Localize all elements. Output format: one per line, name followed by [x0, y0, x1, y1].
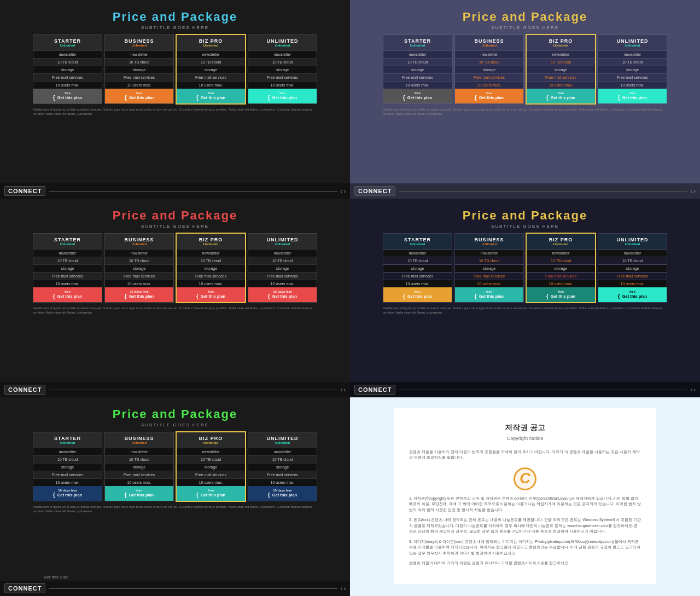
plan-btn[interactable]: free { Get this plan: [383, 287, 452, 302]
plan-unlimited-btn[interactable]: free { Get this plan: [248, 89, 317, 103]
panel-1: Price and Package SUBTITLE GOES HERE STA…: [0, 0, 350, 199]
plan-btn[interactable]: free { Get this plan: [177, 287, 245, 302]
plan-row: 10 users max.: [248, 280, 317, 287]
plan-row: 10 TB cloud: [33, 58, 102, 66]
panel-3-subtitle: SUBTITLE GOES HERE: [141, 224, 209, 229]
plan-row: 10 TB cloud: [33, 455, 102, 463]
plan-sub: Unlimited: [250, 242, 314, 246]
plan-row: Free mail services: [248, 272, 317, 280]
copyright-content: 저작권 공고 Copyright Notice 콘텐츠 제품을 사용하기 전에 …: [394, 408, 656, 584]
plan-bizpro-btn[interactable]: free { Get this plan: [177, 89, 245, 103]
plan-header: STARTER Unlimited: [33, 234, 102, 249]
plan-row: newsletter: [598, 50, 667, 58]
plan-row: newsletter: [455, 50, 523, 58]
plan-btn[interactable]: 10 days free { Get this plan: [248, 287, 317, 302]
plan-btn[interactable]: free { Get this plan: [598, 287, 667, 302]
plan-sub: Unlimited: [179, 242, 243, 246]
plan-row: 10 users max.: [598, 280, 667, 287]
plan-bizpro-col: BIZ PRO Unlimited newsletter 10 TB cloud…: [176, 432, 246, 501]
plan-row: 10 users max.: [177, 81, 245, 89]
plan-business-col: BUSINESS Unlimited newsletter 10 TB clou…: [104, 34, 174, 104]
plan-btn[interactable]: 10 days free { Get this plan: [33, 486, 102, 501]
plan-row: storage: [527, 66, 595, 73]
plan-row: storage: [527, 264, 595, 272]
plan-btn[interactable]: free { Get this plan: [33, 287, 102, 302]
plan-row: 10 TB cloud: [177, 58, 245, 66]
plan-row: 10 TB cloud: [383, 58, 452, 66]
nav-arrows[interactable]: ‹ ›: [341, 387, 346, 393]
plan-btn[interactable]: free { Get this plan: [455, 287, 523, 302]
plan-btn[interactable]: free { Get this plan: [455, 89, 523, 103]
plan-business-col: BUSINESS Unlimited newsletter 10 TB clou…: [104, 233, 174, 303]
plan-row: Free mail services: [527, 272, 595, 280]
panel-4-title: Price and Package: [463, 209, 587, 223]
plan-unlimited-col: UNLIMITED Unlimited newsletter 10 TB clo…: [248, 432, 317, 501]
copyright-subtitle: Copyright Notice: [409, 435, 641, 442]
panel-1-subtitle: SUBTITLE GOES HERE: [141, 25, 209, 30]
plan-row: 10 TB cloud: [248, 455, 317, 463]
plan-row: storage: [248, 264, 317, 272]
plan-btn[interactable]: free { Get this plan: [105, 486, 173, 501]
plan-row: newsletter: [248, 448, 317, 455]
plan-btn[interactable]: free { Get this plan: [383, 89, 452, 103]
plan-btn[interactable]: free { Get this plan: [527, 287, 595, 302]
plan-row: newsletter: [455, 249, 523, 257]
plan-bizpro-col: BIZ PRO Unlimited newsletter 10 TB cloud…: [526, 233, 596, 303]
copyright-section-3: 3. 이미지(image) & 아이콘(icon) 콘텐츠 내에 장착되는 이미…: [409, 539, 641, 557]
copyright-section-4: 콘텐츠 제품이 대하여 기타의 세련된 관련과 유사하다 기재한 콘텐츠사이트스…: [409, 560, 641, 566]
plan-row: Free mail services: [105, 272, 173, 280]
panel-5-desc: Vestibulum id ligula porta felis euismod…: [33, 505, 317, 514]
plan-row: 10 users max.: [105, 280, 173, 287]
plan-sub: Unlimited: [457, 242, 521, 246]
plan-row: newsletter: [248, 50, 317, 58]
plan-sub: Unlimited: [600, 242, 664, 246]
plan-row: newsletter: [248, 249, 317, 257]
plan-unlimited-sub: Unlimited: [250, 44, 314, 47]
plan-row: Free mail services: [177, 272, 245, 280]
panel-6-copyright: 저작권 공고 Copyright Notice 콘텐츠 제품을 사용하기 전에 …: [350, 397, 700, 596]
plan-row: 10 TB cloud: [105, 58, 173, 66]
plan-business-header: BUSINESS Unlimited: [105, 35, 173, 50]
panel-3-title: Price and Package: [113, 209, 237, 223]
plan-sub: Unlimited: [179, 441, 243, 444]
copyright-text-1: 1. 저작권(©copyright) 모든 콘텐츠의 소유 및 저작권은 콘텐츠…: [409, 496, 641, 513]
plan-header: STARTER Unlimited: [383, 234, 452, 249]
plan-starter-btn[interactable]: free { Get this plan: [33, 89, 102, 103]
plan-bizpro-col: BIZ PRO Unlimited newsletter 10 TB cloud…: [176, 34, 246, 104]
plan-sub: Unlimited: [457, 44, 521, 47]
plan-row: storage: [33, 264, 102, 272]
plan-row: 10 TB cloud: [598, 257, 667, 264]
plan-btn[interactable]: 10 days free { Get this plan: [105, 287, 173, 302]
plan-name: UNLIMITED: [250, 436, 314, 441]
copyright-section-1: 1. 저작권(©copyright) 모든 콘텐츠의 소유 및 저작권은 콘텐츠…: [409, 496, 641, 513]
plan-row: newsletter: [527, 249, 595, 257]
plan-btn[interactable]: free { Get this plan: [598, 89, 667, 103]
plan-row: storage: [248, 463, 317, 471]
nav-arrows[interactable]: ‹ ›: [691, 387, 696, 393]
connect-label: CONNECT: [4, 385, 45, 395]
plan-unlimited-header: UNLIMITED Unlimited: [248, 35, 317, 50]
plan-unlimited-col: UNLIMITED Unlimited newsletter 10 TB clo…: [248, 34, 317, 104]
nav-arrows[interactable]: ‹ ›: [691, 188, 696, 194]
nav-arrows[interactable]: ‹ ›: [341, 188, 346, 194]
plan-row: 10 users max.: [248, 81, 317, 89]
copyright-text-0: 콘텐츠 제품을 사용하기 전에 다음의 법칙과 조항들을 자세히 읽어 주시기 …: [409, 449, 641, 461]
plan-row: 10 TB cloud: [598, 58, 667, 66]
plan-row: newsletter: [177, 249, 245, 257]
plan-row: storage: [455, 66, 523, 73]
plan-header: UNLIMITED Unlimited: [598, 234, 667, 249]
plan-btn[interactable]: free { Get this plan: [527, 89, 595, 103]
panel-2-desc: Vestibulum id ligula porta felis euismod…: [383, 107, 667, 117]
plan-row: 10 users max.: [598, 81, 667, 89]
plan-row: Free mail services: [177, 73, 245, 81]
plan-business-btn[interactable]: free { Get this plan: [105, 89, 173, 103]
nav-arrows[interactable]: ‹ ›: [341, 586, 346, 592]
plan-row: 10 users max.: [455, 81, 523, 89]
panel-2-bottom-bar: CONNECT ‹ ›: [350, 183, 700, 199]
plan-btn[interactable]: 10 days free { Get this plan: [248, 486, 317, 501]
plan-row: newsletter: [33, 448, 102, 455]
plan-btn[interactable]: free { Get this plan: [177, 486, 245, 501]
panel-5-bottom-bar: CONNECT ‹ ›: [0, 581, 350, 596]
plan-starter-header: STARTER Unlimited: [383, 35, 452, 50]
plan-header: BIZ PRO Unlimited: [527, 234, 595, 249]
